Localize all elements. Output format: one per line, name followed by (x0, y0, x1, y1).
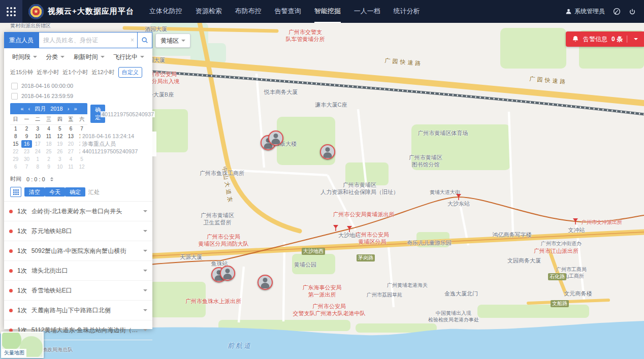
power-icon[interactable] (629, 8, 636, 15)
top-navbar: ★ 视频云+大数据应用平台 立体化防控资源检索布防布控告警查询智能挖掘一人一档统… (0, 0, 644, 23)
clear-icon[interactable]: × (127, 37, 137, 44)
person-marker[interactable] (320, 144, 335, 159)
calendar-day[interactable]: 26 (54, 148, 66, 155)
calendar-day[interactable]: 1 (32, 155, 43, 163)
time-value[interactable]: 0 : 0 : 0 (26, 176, 45, 182)
weekday-label: 四 (54, 116, 66, 123)
camera-marker-icon[interactable] (346, 225, 353, 233)
checkbox[interactable] (11, 93, 18, 100)
camera-marker-icon[interactable] (332, 224, 339, 232)
action-button[interactable]: 确定 (65, 187, 85, 197)
calendar-day[interactable]: 17 (32, 140, 43, 148)
calendar-day[interactable]: 19 (54, 140, 66, 148)
calendar-month[interactable]: 四月 (35, 105, 46, 113)
calendar-day[interactable]: 18 (43, 140, 54, 148)
filter-dropdown[interactable]: 刷新时间 (74, 53, 105, 61)
calendar-day[interactable]: 6 (10, 163, 21, 171)
search-button[interactable] (137, 32, 152, 48)
district-selector[interactable]: 黄埔区 (155, 34, 190, 48)
list-item[interactable]: 1次 天麓南路与山下中路路口北侧 (4, 301, 152, 320)
action-button[interactable]: 清空 (24, 187, 45, 197)
calendar-day[interactable]: 1 (10, 125, 21, 133)
alert-label: 告警信息 (583, 35, 607, 44)
calendar-day[interactable]: 12 (76, 163, 87, 171)
search-input[interactable] (39, 37, 127, 44)
camera-marker-icon[interactable] (455, 193, 462, 201)
alert-banner[interactable]: 告警信息 0 条 (566, 31, 644, 47)
calendar-day[interactable]: 27 (66, 148, 77, 155)
calendar-day[interactable]: 4 (66, 155, 77, 163)
calendar-day[interactable]: 25 (43, 148, 54, 155)
calendar-day[interactable]: 15 (10, 140, 21, 148)
time-stepper[interactable] (50, 176, 53, 183)
filter-dropdown[interactable]: 飞行比中 (113, 53, 144, 61)
app-launcher-button[interactable] (0, 0, 22, 23)
user-menu[interactable]: 系统管理员 (565, 7, 605, 16)
filter-dropdown[interactable]: 分类 (46, 53, 65, 61)
list-item[interactable]: 1次 5092蟹山路-中医院东南向蟹山横街 (4, 241, 152, 261)
quick-range-button[interactable]: 近15分钟 (10, 69, 33, 76)
calendar: « ‹ 四月 2018 › » 确定 日一二三四五六 1234567891011… (10, 103, 87, 171)
person-marker[interactable] (268, 130, 283, 146)
seal-icon[interactable] (613, 8, 621, 15)
next-month-button[interactable]: › (68, 106, 70, 112)
calendar-day[interactable]: 2 (43, 155, 54, 163)
calendar-year[interactable]: 2018 (50, 106, 62, 112)
next-year-button[interactable]: » (74, 106, 77, 112)
calendar-day[interactable]: 4 (43, 125, 54, 133)
calendar-day[interactable]: 9 (43, 163, 54, 171)
camera-marker-icon[interactable] (572, 218, 579, 225)
calendar-day[interactable]: 7 (21, 163, 33, 171)
calendar-day[interactable]: 30 (21, 155, 33, 163)
calendar-day[interactable]: 23 (21, 148, 33, 155)
list-item[interactable]: 1次 塘头北街出口 (4, 261, 152, 281)
quick-range-button[interactable]: 近半小时 (37, 69, 59, 76)
quick-range-button[interactable]: 近1个小时 (62, 69, 88, 76)
nav-menu-item[interactable]: 一人一档 (354, 0, 380, 23)
calendar-day[interactable]: 12 (54, 133, 66, 140)
nav-menu-item[interactable]: 资源检索 (196, 0, 222, 23)
person-marker[interactable] (220, 266, 235, 281)
calendar-day[interactable]: 20 (66, 140, 77, 148)
nav-menu-item[interactable]: 智能挖掘 (314, 0, 341, 23)
calendar-day[interactable]: 5 (76, 155, 87, 163)
nav-menu-item[interactable]: 统计分析 (394, 0, 420, 23)
nav-menu-item[interactable]: 布防布控 (235, 0, 262, 23)
prev-month-button[interactable]: ‹ (28, 106, 30, 112)
nav-menu-item[interactable]: 立体化防控 (149, 0, 182, 23)
calendar-day[interactable]: 5 (54, 125, 66, 133)
calendar-day[interactable]: 13 (66, 133, 77, 140)
calendar-day[interactable]: 2 (21, 125, 33, 133)
step-up-icon[interactable] (50, 176, 53, 179)
quick-range-button[interactable]: 自定义 (118, 67, 142, 78)
calendar-day[interactable]: 6 (66, 125, 77, 133)
calendar-day[interactable]: 8 (10, 133, 21, 140)
action-button[interactable]: 今天 (45, 187, 65, 197)
calendar-day[interactable]: 11 (43, 133, 54, 140)
prev-year-button[interactable]: « (20, 106, 23, 112)
tab-key-personnel[interactable]: 重点人员 (4, 32, 39, 48)
calendar-day[interactable]: 10 (54, 163, 66, 171)
calendar-day[interactable]: 11 (66, 163, 77, 171)
step-down-icon[interactable] (50, 180, 53, 183)
person-marker[interactable] (257, 275, 273, 290)
minimap[interactable]: 矢量地图 (1, 332, 44, 358)
calendar-grid-button[interactable] (10, 187, 21, 197)
calendar-day[interactable]: 22 (10, 148, 21, 155)
calendar-day[interactable]: 9 (21, 133, 33, 140)
calendar-day[interactable]: 16 (21, 140, 33, 148)
list-item[interactable]: 1次 企岭街-北1巷麦岭东一巷口向井头 (4, 202, 152, 221)
list-item[interactable]: 1次 苏元地铁站B口 (4, 221, 152, 241)
filter-dropdown[interactable]: 时间段 (12, 53, 37, 61)
calendar-day[interactable]: 8 (32, 163, 43, 171)
calendar-day[interactable]: 3 (32, 125, 43, 133)
nav-menu-item[interactable]: 告警查询 (275, 0, 301, 23)
list-item[interactable]: 1次 香雪地铁站E口 (4, 281, 152, 301)
calendar-day[interactable]: 3 (54, 155, 66, 163)
checkbox[interactable] (11, 83, 18, 89)
location-label: 天麓南路与山下中路路口北侧 (31, 306, 141, 315)
quick-range-button[interactable]: 近12小时 (91, 69, 114, 76)
calendar-day[interactable]: 10 (32, 133, 43, 140)
calendar-day[interactable]: 29 (10, 155, 21, 163)
calendar-day[interactable]: 24 (32, 148, 43, 155)
